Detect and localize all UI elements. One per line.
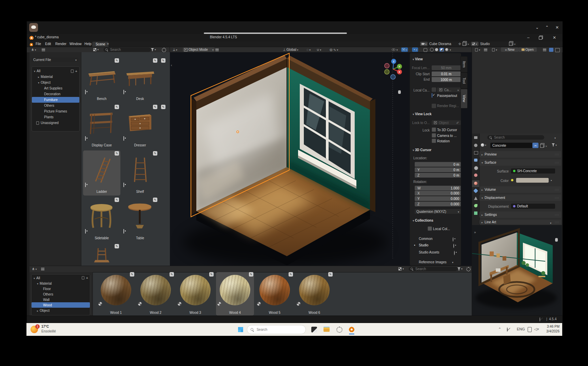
shelf-catalog-all[interactable]: All	[32, 275, 90, 281]
asset-tile-ladder[interactable]: Ladder	[83, 150, 120, 196]
asset-source-dropdown[interactable]: Current File	[32, 58, 78, 62]
color-socket-dot[interactable]	[511, 179, 513, 181]
world-tab-icon[interactable]	[474, 174, 477, 177]
chevron-down-icon[interactable]	[403, 267, 404, 270]
frame-collapse-icon[interactable]: ⌄	[533, 25, 541, 30]
add-catalog-icon[interactable]	[86, 276, 88, 280]
volume-muted-icon[interactable]: ◁×	[534, 327, 539, 331]
edit-asset-icon[interactable]	[328, 272, 333, 277]
displacement-section[interactable]: Displacement::::	[479, 195, 561, 201]
select-box-icon[interactable]	[85, 229, 86, 233]
shelf-catalog-object[interactable]: Object	[32, 308, 90, 313]
frame-expand-icon[interactable]: ⌃	[543, 25, 551, 30]
use-nodes-icon[interactable]: ⫘	[532, 143, 538, 148]
material-shading-icon[interactable]	[439, 48, 444, 52]
material-name-field[interactable]: Concrete	[490, 143, 532, 148]
eye-icon[interactable]	[453, 237, 453, 242]
data-editor-menu-icon[interactable]	[484, 48, 487, 51]
blender-taskbar-icon[interactable]	[349, 326, 355, 332]
snap-toggle[interactable]: ∪	[316, 47, 322, 52]
filter-icon[interactable]	[151, 48, 154, 51]
focal-length-field[interactable]: 50 mm	[432, 65, 461, 70]
overlays-dropdown[interactable]: ◔	[412, 47, 418, 52]
edit-asset-icon[interactable]	[115, 198, 119, 202]
collection-studio-assets[interactable]: Studio Assets	[419, 250, 439, 254]
preview-section[interactable]: Preview::::	[479, 151, 561, 158]
copy-icon[interactable]	[463, 42, 466, 46]
pan-tool-icon[interactable]	[398, 91, 401, 94]
select-box-icon[interactable]	[85, 183, 86, 187]
local-camera-checkbox[interactable]	[432, 87, 436, 92]
open-button[interactable]: Open	[518, 47, 537, 52]
rendered-shading-icon[interactable]	[445, 48, 448, 51]
properties-search-field[interactable]	[487, 135, 544, 140]
catalog-item-unassigned[interactable]: Unassigned	[32, 120, 79, 126]
camera-to-view-checkbox[interactable]	[432, 133, 436, 138]
add-catalog-icon[interactable]	[75, 69, 77, 73]
page-icon[interactable]	[82, 277, 84, 280]
material-tab-icon[interactable]	[474, 182, 477, 185]
taskbar-search-input[interactable]	[256, 327, 302, 332]
asset-tile-sidetable[interactable]: Sidetable	[83, 197, 120, 242]
device-tray-icon[interactable]	[528, 327, 532, 332]
gizmos-dropdown[interactable]: ⤧	[401, 47, 408, 52]
material-type-icon[interactable]	[480, 143, 487, 147]
do-not-disturb-icon[interactable]	[507, 327, 508, 332]
npanel-tab-tool[interactable]: Tool	[460, 73, 468, 89]
output-tab-icon[interactable]	[474, 151, 478, 155]
edit-asset-icon[interactable]	[289, 272, 293, 277]
npanel-tab-view[interactable]: View	[460, 89, 468, 108]
new-button[interactable]: New	[501, 47, 518, 52]
wireframe-shading-icon[interactable]	[430, 48, 434, 52]
view-section-header[interactable]: View	[413, 57, 423, 61]
lock-rotation-checkbox[interactable]	[432, 139, 436, 143]
datablock-selector[interactable]	[491, 47, 498, 52]
remove-icon[interactable]	[514, 42, 516, 46]
edit-asset-icon[interactable]	[115, 244, 119, 248]
edit-asset-icon[interactable]	[209, 272, 214, 277]
material-tile-wood1[interactable]: Wood 1	[97, 272, 135, 316]
thumbnail-size-icon[interactable]	[93, 48, 96, 51]
tool-tab-icon[interactable]	[474, 136, 477, 139]
asset-browser-editor-type[interactable]: ⋔	[30, 47, 37, 52]
cursor-y-field[interactable]: 0 m	[415, 167, 461, 172]
settings-icon[interactable]	[336, 327, 342, 333]
viewport-3d[interactable]: Z Y X View Focal Len... 50 mm Clip Start…	[170, 52, 472, 266]
gear-icon[interactable]	[466, 267, 471, 271]
shelf-catalog-wood[interactable]: Wood	[32, 302, 90, 308]
shelf-search-input[interactable]	[415, 267, 456, 271]
physics-tab-icon[interactable]	[474, 204, 477, 207]
toolbar-expand-icon[interactable]	[171, 63, 172, 67]
taskbar-search[interactable]	[247, 325, 306, 334]
scene-name-field[interactable]: Cube Diorama ✜	[428, 42, 471, 46]
shelf-catalog-wall[interactable]: Wall	[32, 297, 90, 302]
menu-help[interactable]: Help	[82, 42, 94, 46]
modifier-tab-icon[interactable]	[473, 188, 478, 193]
local-camera-field[interactable]: Ca...	[437, 87, 461, 92]
asset-tile-shelf[interactable]: Shelf	[121, 150, 159, 196]
collection-studio[interactable]: Studio	[419, 243, 428, 247]
local-collections-checkbox[interactable]	[428, 226, 432, 231]
shelf-menu-icon[interactable]	[41, 268, 44, 270]
settings-section[interactable]: Settings::::	[479, 211, 561, 218]
material-filter[interactable]	[551, 143, 558, 147]
npanel-expand-icon[interactable]	[474, 230, 476, 234]
edit-asset-icon[interactable]	[161, 105, 165, 109]
data-tab-icon[interactable]	[474, 211, 477, 215]
chevron-down-icon[interactable]	[554, 136, 556, 140]
animate-dot-icon[interactable]: •	[551, 179, 552, 182]
gear-icon[interactable]	[162, 48, 166, 52]
catalog-item-all[interactable]: All	[32, 68, 79, 74]
menu-render[interactable]: Render	[53, 42, 68, 46]
shelf-catalog-material[interactable]: Material	[32, 281, 90, 286]
eye-icon[interactable]	[453, 244, 454, 248]
clear-icon[interactable]	[457, 88, 459, 92]
close-icon[interactable]: ✕	[551, 35, 558, 40]
line-art-section[interactable]: Line Art::::	[479, 220, 561, 224]
select-box-icon[interactable]	[85, 90, 86, 94]
asset-tile-display-case[interactable]: Display Case	[83, 104, 120, 149]
language-label[interactable]: ENG	[517, 327, 525, 331]
copy-material-icon[interactable]	[540, 144, 544, 148]
menu-window[interactable]: Window	[67, 42, 84, 46]
select-box-icon[interactable]	[123, 229, 124, 233]
